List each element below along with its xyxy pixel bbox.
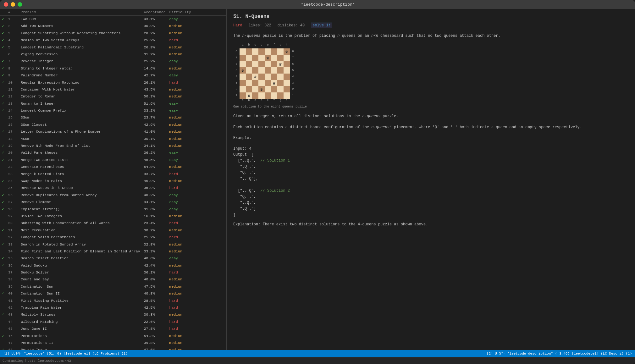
- solve-link[interactable]: solve it: [311, 23, 332, 28]
- problem-name-cell[interactable]: Merge k Sorted Lists: [19, 171, 142, 178]
- problem-name-cell[interactable]: String to Integer (atoi): [19, 65, 142, 72]
- table-row[interactable]: ✓7Reverse Integer25.2%easy: [0, 58, 226, 65]
- problem-name-cell[interactable]: Jump Game II: [19, 325, 142, 332]
- table-row[interactable]: 30Substring with Concatenation of All Wo…: [0, 220, 226, 227]
- problem-name-cell[interactable]: Letter Combinations of a Phone Number: [19, 128, 142, 135]
- problem-name-cell[interactable]: Reverse Integer: [19, 58, 142, 65]
- table-row[interactable]: 47Permutations II39.8%medium: [0, 339, 226, 346]
- table-row[interactable]: 34Find First and Last Position of Elemen…: [0, 248, 226, 255]
- problem-name-cell[interactable]: Remove Nth Node From End of List: [19, 142, 142, 149]
- problem-name-cell[interactable]: Regular Expression Matching: [19, 79, 142, 86]
- problem-name-cell[interactable]: Reverse Nodes in k-Group: [19, 185, 142, 191]
- table-row[interactable]: ✓5Longest Palindromic Substring26.9%medi…: [0, 44, 226, 51]
- problem-name-cell[interactable]: Merge Two Sorted Lists: [19, 157, 142, 163]
- problem-name-cell[interactable]: Two Sum: [19, 16, 142, 23]
- problem-name-cell[interactable]: Search Insert Position: [19, 255, 142, 262]
- table-row[interactable]: 184Sum30.1%medium: [0, 135, 226, 142]
- table-row[interactable]: 42Trapping Rain Water42.5%hard: [0, 304, 226, 311]
- table-row[interactable]: 37Sudoku Solver36.1%hard: [0, 269, 226, 276]
- table-row[interactable]: 163Sum Closest42.9%medium: [0, 121, 226, 128]
- table-row[interactable]: ✓9Palindrome Number42.7%easy: [0, 72, 226, 79]
- problem-name-cell[interactable]: 3Sum Closest: [19, 121, 142, 128]
- problem-name-cell[interactable]: Next Permutation: [19, 227, 142, 234]
- table-row[interactable]: 29Divide Two Integers16.1%medium: [0, 213, 226, 220]
- problem-name-cell[interactable]: Combination Sum II: [19, 290, 142, 297]
- problem-name-cell[interactable]: Palindrome Number: [19, 72, 142, 79]
- table-row[interactable]: 11Container With Most Water43.5%medium: [0, 86, 226, 93]
- table-row[interactable]: 45Jump Game II27.8%hard: [0, 325, 226, 332]
- problem-name-cell[interactable]: Valid Sudoku: [19, 262, 142, 269]
- problem-name-cell[interactable]: Add Two Numbers: [19, 23, 142, 30]
- problem-name-cell[interactable]: ZigZag Conversion: [19, 51, 142, 58]
- problem-name-cell[interactable]: Longest Common Prefix: [19, 107, 142, 114]
- table-row[interactable]: ✓19Remove Nth Node From End of List34.1%…: [0, 142, 226, 149]
- problem-name-cell[interactable]: Substring with Concatenation of All Word…: [19, 220, 142, 227]
- maximize-button[interactable]: [18, 2, 22, 7]
- problem-name-cell[interactable]: Divide Two Integers: [19, 213, 142, 220]
- table-row[interactable]: ✓10Regular Expression Matching26.1%hard: [0, 79, 226, 86]
- problem-name-cell[interactable]: Valid Parentheses: [19, 149, 142, 156]
- problem-name-cell[interactable]: Permutations: [19, 333, 142, 339]
- problem-name-cell[interactable]: Remove Duplicates from Sorted Array: [19, 192, 142, 199]
- table-row[interactable]: 6ZigZag Conversion31.2%medium: [0, 51, 226, 58]
- problem-name-cell[interactable]: Wildcard Matching: [19, 318, 142, 325]
- table-row[interactable]: ✓28Implement strStr()31.6%easy: [0, 206, 226, 213]
- table-row[interactable]: ✓33Search in Rotated Sorted Array32.8%me…: [0, 241, 226, 248]
- table-row[interactable]: 23Merge k Sorted Lists33.7%hard: [0, 171, 226, 178]
- table-row[interactable]: ✓12Integer to Roman50.3%medium: [0, 93, 226, 100]
- problem-name-cell[interactable]: 4Sum: [19, 135, 142, 142]
- problem-name-cell[interactable]: First Missing Positive: [19, 297, 142, 304]
- table-row[interactable]: 39Combination Sum47.5%medium: [0, 283, 226, 290]
- table-row[interactable]: ✓40Combination Sum II40.8%medium: [0, 290, 226, 297]
- table-row[interactable]: ✓36Valid Sudoku42.4%medium: [0, 262, 226, 269]
- table-row[interactable]: ✓27Remove Element44.1%easy: [0, 199, 226, 206]
- problem-name-cell[interactable]: Count and Say: [19, 276, 142, 283]
- table-row[interactable]: ✓43Multiply Strings30.3%medium: [0, 311, 226, 318]
- problem-name-cell[interactable]: 3Sum: [19, 114, 142, 121]
- problem-name-cell[interactable]: Implement strStr(): [19, 206, 142, 213]
- table-row[interactable]: ✓21Merge Two Sorted Lists46.5%easy: [0, 157, 226, 163]
- problem-name-cell[interactable]: Roman to Integer: [19, 100, 142, 107]
- problem-name-cell[interactable]: Container With Most Water: [19, 86, 142, 93]
- table-row[interactable]: ✓31Next Permutation30.2%medium: [0, 227, 226, 234]
- problem-table-scroll[interactable]: # Problem Acceptance Difficulty ✓1Two Su…: [0, 9, 226, 350]
- problem-name-cell[interactable]: Longest Palindromic Substring: [19, 44, 142, 51]
- table-row[interactable]: ✓46Permutations54.3%medium: [0, 333, 226, 339]
- table-row[interactable]: 25Reverse Nodes in k-Group35.9%hard: [0, 185, 226, 191]
- table-row[interactable]: ✓3Longest Substring Without Repeating Ch…: [0, 30, 226, 37]
- close-button[interactable]: [4, 2, 8, 7]
- problem-name-cell[interactable]: Permutations II: [19, 339, 142, 346]
- table-row[interactable]: 32Longest Valid Parentheses25.2%hard: [0, 234, 226, 241]
- table-row[interactable]: 38Count and Say40.0%medium: [0, 276, 226, 283]
- table-row[interactable]: 22Generate Parentheses54.0%medium: [0, 163, 226, 170]
- problem-name-cell[interactable]: Find First and Last Position of Element …: [19, 248, 142, 255]
- table-row[interactable]: ✓1Two Sum43.1%easy: [0, 16, 226, 23]
- table-row[interactable]: ✓14Longest Common Prefix33.2%easy: [0, 107, 226, 114]
- table-row[interactable]: ✓8String to Integer (atoi)14.6%medium: [0, 65, 226, 72]
- table-row[interactable]: ✓48Rotate Image47.6%medium: [0, 346, 226, 350]
- table-row[interactable]: ✓4Median of Two Sorted Arrays25.9%hard: [0, 37, 226, 44]
- table-row[interactable]: ✓13Roman to Integer51.9%easy: [0, 100, 226, 107]
- problem-name-cell[interactable]: Combination Sum: [19, 283, 142, 290]
- problem-name-cell[interactable]: Longest Substring Without Repeating Char…: [19, 30, 142, 37]
- problem-name-cell[interactable]: Generate Parentheses: [19, 163, 142, 170]
- problem-name-cell[interactable]: Sudoku Solver: [19, 269, 142, 276]
- problem-name-cell[interactable]: Longest Valid Parentheses: [19, 234, 142, 241]
- problem-name-cell[interactable]: Search in Rotated Sorted Array: [19, 241, 142, 248]
- table-row[interactable]: ✓35Search Insert Position40.6%easy: [0, 255, 226, 262]
- problem-name-cell[interactable]: Median of Two Sorted Arrays: [19, 37, 142, 44]
- problem-name-cell[interactable]: Integer to Roman: [19, 93, 142, 100]
- problem-name-cell[interactable]: Remove Element: [19, 199, 142, 206]
- table-row[interactable]: ✓24Swap Nodes in Pairs45.9%medium: [0, 178, 226, 185]
- table-row[interactable]: 153Sum23.7%medium: [0, 114, 226, 121]
- problem-name-cell[interactable]: Multiply Strings: [19, 311, 142, 318]
- minimize-button[interactable]: [11, 2, 15, 7]
- table-row[interactable]: 41First Missing Positive28.5%hard: [0, 297, 226, 304]
- table-row[interactable]: ✓17Letter Combinations of a Phone Number…: [0, 128, 226, 135]
- table-row[interactable]: ✓20Valid Parentheses36.2%easy: [0, 149, 226, 156]
- table-row[interactable]: ✓2Add Two Numbers30.9%medium: [0, 23, 226, 30]
- problem-name-cell[interactable]: Rotate Image: [19, 346, 142, 350]
- table-row[interactable]: ✓26Remove Duplicates from Sorted Array40…: [0, 192, 226, 199]
- problem-description-pane[interactable]: 51. N-Queens Hard likes: 822 dislikes: 4…: [227, 9, 635, 350]
- problem-name-cell[interactable]: Trapping Rain Water: [19, 304, 142, 311]
